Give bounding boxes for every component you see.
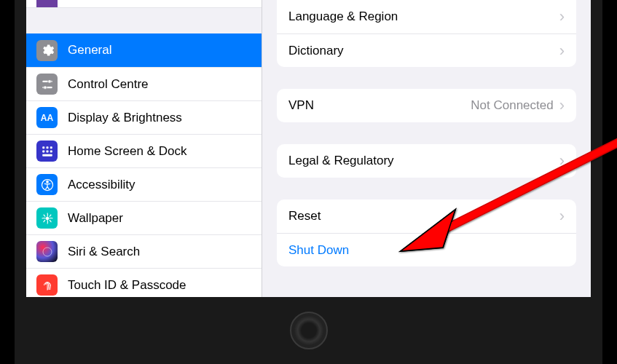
sidebar-label: Siri & Search [68,245,140,259]
sidebar-label: Control Centre [68,77,149,92]
chevron-right-icon: › [559,9,565,25]
row-label: Reset [288,209,559,223]
sidebar-label: Display & Brightness [68,111,182,125]
chevron-right-icon: › [559,208,565,224]
sidebar-label: Accessibility [68,178,135,192]
settings-sidebar: General Control Centre AA Display & Brig… [26,0,262,297]
svg-rect-5 [46,146,48,149]
sidebar-label: General [68,43,111,58]
row-shut-down[interactable]: Shut Down [277,233,576,266]
svg-point-2 [47,79,51,83]
content-group: Reset › Shut Down [277,199,576,266]
svg-point-13 [45,216,49,220]
row-reset[interactable]: Reset › [277,199,576,233]
sidebar-gap [26,8,262,33]
svg-rect-8 [46,150,48,152]
row-label: Shut Down [288,243,565,258]
fingerprint-icon [36,274,58,296]
sidebar-label: Wallpaper [68,211,123,226]
row-dictionary[interactable]: Dictionary › [277,33,576,67]
row-vpn[interactable]: VPN Not Connected › [277,89,576,122]
chevron-right-icon: › [559,43,565,59]
screen: General Control Centre AA Display & Brig… [26,0,591,297]
home-button[interactable] [290,312,328,349]
sliders-icon [36,74,58,95]
sidebar-item-general[interactable]: General [26,33,262,67]
grid-icon [36,141,58,162]
svg-point-3 [43,85,47,89]
svg-rect-4 [42,146,44,149]
row-label: Language & Region [288,9,559,24]
sidebar-item-partial[interactable] [26,0,262,7]
chevron-right-icon: › [559,98,565,114]
accessibility-icon [36,174,58,195]
svg-rect-6 [50,146,52,149]
sidebar-item-touch-id[interactable]: Touch ID & Passcode [26,268,262,297]
sidebar-label: Home Screen & Dock [68,144,186,159]
row-legal-regulatory[interactable]: Legal & Regulatory › [277,144,576,178]
settings-content: Language & Region › Dictionary › VPN Not… [262,0,591,297]
sidebar-item-home-screen[interactable]: Home Screen & Dock [26,134,262,167]
sidebar-item-display-brightness[interactable]: AA Display & Brightness [26,100,262,134]
sidebar-label: Touch ID & Passcode [68,278,186,293]
row-value: Not Connected [471,98,553,113]
svg-rect-7 [42,150,44,152]
sidebar-item-wallpaper[interactable]: Wallpaper [26,201,262,234]
content-group: Legal & Regulatory › [277,144,576,178]
sidebar-item-accessibility[interactable]: Accessibility [26,167,262,201]
device-frame: General Control Centre AA Display & Brig… [15,0,602,364]
content-group: VPN Not Connected › [277,89,576,122]
wallpaper-icon [36,207,58,229]
svg-rect-10 [42,154,52,156]
siri-icon [36,241,58,262]
svg-point-12 [46,181,48,183]
row-label: VPN [288,98,471,113]
svg-rect-9 [50,150,52,152]
row-language-region[interactable]: Language & Region › [277,0,576,33]
content-group: Language & Region › Dictionary › [277,0,576,67]
svg-point-14 [43,248,52,256]
sidebar-item-siri-search[interactable]: Siri & Search [26,234,262,268]
row-label: Legal & Regulatory [288,154,559,168]
gear-icon [36,40,58,61]
chevron-right-icon: › [559,153,565,169]
text-size-icon: AA [36,107,58,128]
row-label: Dictionary [288,44,559,58]
app-icon [36,0,58,7]
sidebar-item-control-centre[interactable]: Control Centre [26,67,262,100]
